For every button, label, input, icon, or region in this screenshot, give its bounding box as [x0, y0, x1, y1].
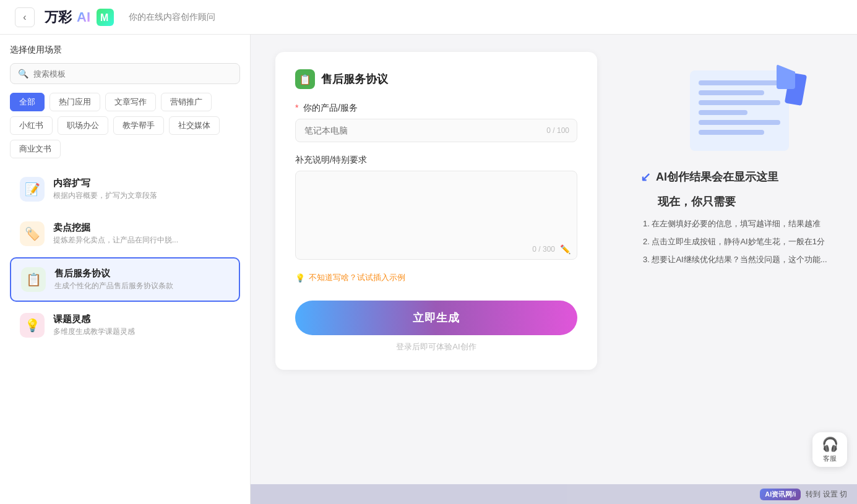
bulb-icon: 💡 — [295, 273, 305, 283]
search-box: 🔍 — [10, 63, 240, 84]
doc-corner — [777, 64, 795, 89]
search-input[interactable] — [33, 69, 232, 79]
main-content: 📋 售后服务协议 * 你的产品/服务 0 / 100 补充说明/特别要求 — [251, 35, 622, 504]
customer-service-icon: 🎧 — [822, 437, 838, 453]
product-input-wrap: 0 / 100 — [295, 119, 577, 142]
item-desc-sell-points: 提炼差异化卖点，让产品在同行中脱... — [53, 235, 178, 246]
tag-all[interactable]: 全部 — [10, 93, 45, 111]
form-card: 📋 售后服务协议 * 你的产品/服务 0 / 100 补充说明/特别要求 — [275, 52, 597, 370]
sidebar-item-after-sales[interactable]: 📋 售后服务协议 生成个性化的产品售后服务协议条款 — [10, 257, 240, 302]
search-icon: 🔍 — [18, 69, 28, 79]
item-title-course-ideas: 课题灵感 — [53, 314, 135, 325]
item-title-after-sales: 售后服务协议 — [54, 268, 173, 280]
generate-hint: 登录后即可体验AI创作 — [295, 341, 577, 352]
customer-service-label: 客服 — [823, 454, 837, 463]
item-title-content-expand: 内容扩写 — [53, 177, 157, 189]
ai-hint-section: ↙ AI创作结果会在显示这里 现在，你只需要 1. 在左侧填好必要的信息，填写越… — [634, 169, 845, 266]
item-title-sell-points: 卖点挖掘 — [53, 222, 178, 234]
hint-step-1: 1. 在左侧填好必要的信息，填写越详细，结果越准 — [640, 218, 838, 231]
document-illustration — [678, 64, 801, 163]
edit-icon[interactable]: ✏️ — [560, 244, 571, 254]
tag-social[interactable]: 社交媒体 — [169, 116, 220, 135]
header-subtitle: 你的在线内容创作顾问 — [129, 12, 215, 23]
product-input[interactable] — [296, 119, 577, 142]
item-icon-course-ideas: 💡 — [20, 313, 45, 338]
insert-example[interactable]: 💡 不知道写啥？试试插入示例 — [295, 272, 577, 283]
logo-text: 万彩 — [45, 8, 72, 27]
extra-char-count: 0 / 300 — [532, 245, 555, 254]
item-text-sell-points: 卖点挖掘 提炼差异化卖点，让产品在同行中脱... — [53, 222, 178, 246]
item-icon-sell-points: 🏷️ — [20, 221, 45, 246]
hint-step-3: 3. 想要让AI继续优化结果？当然没问题，这个功能... — [640, 254, 838, 267]
tag-row-3: 商业文书 — [10, 140, 240, 158]
tag-article[interactable]: 文章写作 — [105, 93, 156, 111]
textarea-footer: 0 / 300 ✏️ — [296, 242, 577, 259]
item-text-course-ideas: 课题灵感 多维度生成教学课题灵感 — [53, 314, 135, 337]
sidebar-item-sell-points[interactable]: 🏷️ 卖点挖掘 提炼差异化卖点，让产品在同行中脱... — [10, 213, 240, 255]
ai-badge: AI资讯网/i — [760, 489, 801, 500]
tag-marketing[interactable]: 营销推广 — [161, 93, 212, 111]
item-desc-course-ideas: 多维度生成教学课题灵感 — [53, 327, 135, 337]
product-field-label: * 你的产品/服务 — [295, 103, 577, 114]
card-icon: 📋 — [295, 69, 315, 89]
tag-hot[interactable]: 热门应用 — [50, 93, 100, 111]
hint-subtitle: 现在，你只需要 — [640, 194, 838, 209]
tag-row-2: 小红书 职场办公 教学帮手 社交媒体 — [10, 116, 240, 135]
hint-step-2: 2. 点击立即生成按钮，静待AI妙笔生花，一般在1分 — [640, 236, 838, 249]
item-text-after-sales: 售后服务协议 生成个性化的产品售后服务协议条款 — [54, 268, 173, 291]
required-star: * — [295, 103, 298, 113]
doc-line-2 — [699, 90, 764, 95]
extra-textarea[interactable] — [296, 171, 577, 239]
item-desc-content-expand: 根据内容概要，扩写为文章段落 — [53, 190, 157, 201]
insert-example-text: 不知道写啥？试试插入示例 — [309, 272, 405, 283]
tag-row-1: 全部 热门应用 文章写作 营销推广 — [10, 93, 240, 111]
product-char-count: 0 / 100 — [546, 126, 569, 135]
logo-icon: M — [97, 9, 114, 26]
doc-line-4 — [699, 110, 747, 115]
doc-line-6 — [699, 130, 764, 135]
logo-ai: AI — [77, 9, 90, 25]
back-button[interactable]: ‹ — [15, 7, 35, 27]
tag-xiaohongshu[interactable]: 小红书 — [10, 116, 53, 135]
doc-base — [690, 70, 789, 151]
logo-area: 万彩 AI M — [45, 8, 114, 27]
extra-field-label: 补充说明/特别要求 — [295, 155, 577, 166]
back-icon: ‹ — [23, 12, 26, 23]
extra-textarea-wrap: 0 / 300 ✏️ — [295, 171, 577, 260]
tag-business[interactable]: 商业文书 — [10, 140, 61, 158]
ai-hint-steps: 1. 在左侧填好必要的信息，填写越详细，结果越准 2. 点击立即生成按钮，静待A… — [640, 218, 838, 266]
bottom-bar-text: 转到 设置 切 — [806, 489, 847, 500]
card-title: 售后服务协议 — [321, 72, 388, 87]
sidebar-item-content-expand[interactable]: 📝 内容扩写 根据内容概要，扩写为文章段落 — [10, 168, 240, 210]
bottom-bar: AI资讯网/i 转到 设置 切 — [251, 484, 857, 504]
doc-line-5 — [699, 120, 780, 125]
doc-line-3 — [699, 100, 780, 105]
customer-service-button[interactable]: 🎧 客服 — [812, 432, 847, 467]
sidebar-item-course-ideas[interactable]: 💡 课题灵感 多维度生成教学课题灵感 — [10, 304, 240, 346]
ai-hint-title: ↙ AI创作结果会在显示这里 — [640, 169, 838, 184]
generate-button[interactable]: 立即生成 — [295, 301, 577, 335]
item-desc-after-sales: 生成个性化的产品售后服务协议条款 — [54, 281, 173, 291]
product-label-text: 你的产品/服务 — [303, 103, 358, 113]
item-icon-content-expand: 📝 — [20, 177, 45, 202]
tag-office[interactable]: 职场办公 — [58, 116, 108, 135]
item-text-content-expand: 内容扩写 根据内容概要，扩写为文章段落 — [53, 177, 157, 201]
product-field-group: * 你的产品/服务 0 / 100 — [295, 103, 577, 142]
arrow-icon: ↙ — [640, 169, 651, 184]
doc-lines — [690, 70, 789, 150]
svg-text:M: M — [100, 12, 108, 23]
doc-line-1 — [699, 80, 780, 85]
sidebar-items: 📝 内容扩写 根据内容概要，扩写为文章段落 🏷️ 卖点挖掘 提炼差异化卖点，让产… — [10, 168, 240, 346]
form-card-header: 📋 售后服务协议 — [295, 69, 577, 89]
item-icon-after-sales: 📋 — [21, 267, 46, 292]
extra-field-group: 补充说明/特别要求 0 / 300 ✏️ — [295, 155, 577, 260]
sidebar: 选择使用场景 🔍 全部 热门应用 文章写作 营销推广 小红书 职场办公 教学帮手… — [0, 35, 251, 504]
main-layout: 选择使用场景 🔍 全部 热门应用 文章写作 营销推广 小红书 职场办公 教学帮手… — [0, 35, 857, 504]
hint-title-text: AI创作结果会在显示这里 — [656, 169, 778, 184]
sidebar-title: 选择使用场景 — [10, 45, 240, 56]
header: ‹ 万彩 AI M 你的在线内容创作顾问 — [0, 0, 857, 35]
tag-teaching[interactable]: 教学帮手 — [113, 116, 164, 135]
